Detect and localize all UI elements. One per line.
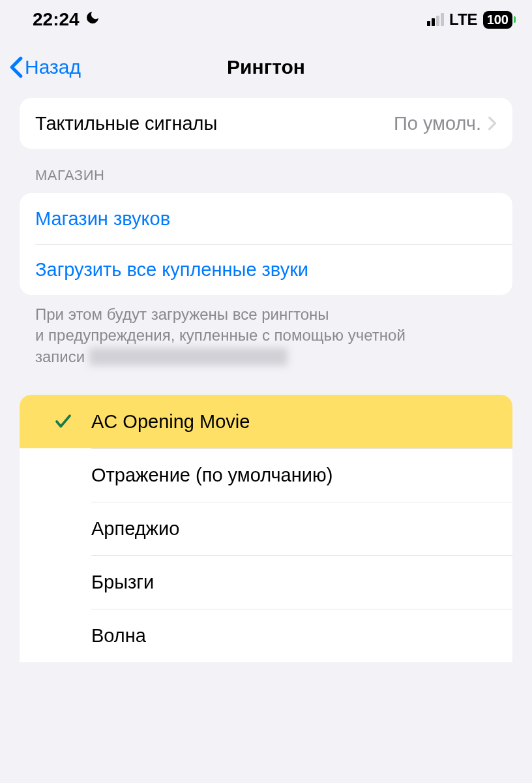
ringtone-label: Брызги xyxy=(91,572,497,593)
status-time: 22:24 xyxy=(33,9,80,30)
ringtone-row[interactable]: Арпеджио xyxy=(91,502,512,555)
network-label: LTE xyxy=(449,10,478,29)
back-button[interactable]: Назад xyxy=(9,56,81,78)
status-bar: 22:24 LTE 100 xyxy=(0,0,532,37)
chevron-right-icon xyxy=(488,116,497,130)
download-all-label: Загрузить все купленные звуки xyxy=(35,259,497,281)
status-left: 22:24 xyxy=(33,9,100,30)
checkmark-icon xyxy=(35,412,91,431)
ringtone-row[interactable]: Отражение (по умолчанию) xyxy=(91,448,512,502)
ringtone-label: Арпеджио xyxy=(91,518,497,540)
ringtone-label: Отражение (по умолчанию) xyxy=(91,465,497,486)
download-all-row[interactable]: Загрузить все купленные звуки xyxy=(35,244,512,295)
ringtone-row[interactable]: Брызги xyxy=(91,555,512,609)
ringtone-label: AC Opening Movie xyxy=(91,411,497,433)
nav-header: Назад Рингтон xyxy=(0,37,532,98)
footer-line3-prefix: записи xyxy=(35,348,89,365)
footer-line2: и предупреждения, купленные с помощью уч… xyxy=(35,326,406,344)
haptic-signals-row[interactable]: Тактильные сигналы По умолч. xyxy=(20,98,512,149)
back-label: Назад xyxy=(25,56,81,78)
haptic-value: По умолч. xyxy=(394,113,481,134)
ringtone-row[interactable]: Волна xyxy=(91,609,512,662)
store-footer: При этом будут загружены все рингтоны и … xyxy=(20,295,512,367)
moon-icon xyxy=(85,9,100,30)
status-right: LTE 100 xyxy=(427,10,512,29)
signal-icon xyxy=(427,13,444,26)
sound-store-row[interactable]: Магазин звуков xyxy=(20,193,512,244)
ringtone-label: Волна xyxy=(91,625,497,647)
footer-line1: При этом будут загружены все рингтоны xyxy=(35,305,329,323)
battery-indicator: 100 xyxy=(483,11,512,29)
ringtone-row-selected[interactable]: AC Opening Movie xyxy=(20,395,512,448)
haptic-label: Тактильные сигналы xyxy=(35,113,394,134)
sound-store-label: Магазин звуков xyxy=(35,208,497,230)
store-section-header: МАГАЗИН xyxy=(20,167,512,193)
footer-redacted: redacted email address here xyxy=(89,348,288,365)
chevron-left-icon xyxy=(9,56,23,78)
ringtone-list: AC Opening Movie Отражение (по умолчанию… xyxy=(20,395,512,662)
